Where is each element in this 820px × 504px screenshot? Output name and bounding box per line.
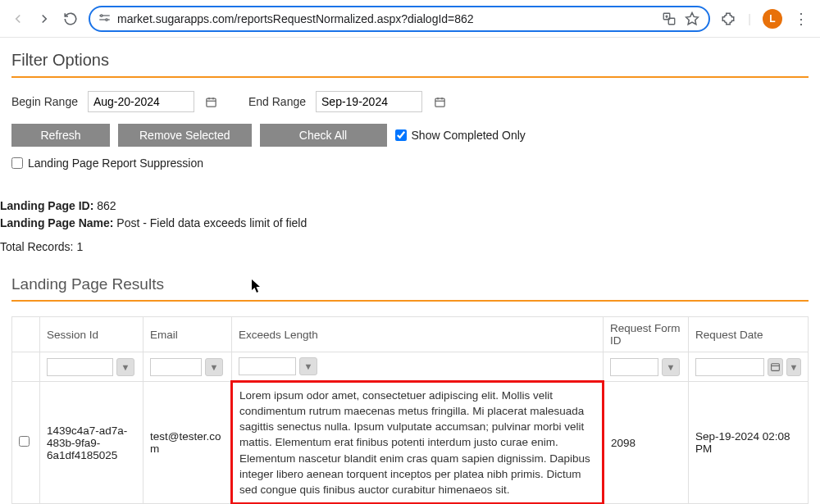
svg-rect-17 [772,364,780,371]
svg-point-3 [106,18,108,20]
results-table: Session Id Email Exceeds Length Request … [11,316,809,504]
table-row: 1439c4a7-ad7a-483b-9fa9-6a1df4185025 tes… [12,382,809,504]
filter-reqid-input[interactable] [610,358,658,376]
col-session-header[interactable]: Session Id [40,317,144,352]
kebab-menu-icon[interactable]: ⋮ [794,10,809,28]
suppression-checkbox[interactable] [11,157,23,169]
begin-range-label: Begin Range [11,95,78,108]
filter-dropdown-icon[interactable]: ▼ [662,358,680,376]
date-range-row: Begin Range End Range [11,91,809,112]
filter-buttons-row: Refresh Remove Selected Check All Show C… [11,124,809,147]
svg-marker-8 [686,12,699,24]
lp-id-label: Landing Page ID: [0,199,93,212]
check-all-button[interactable]: Check All [260,124,387,147]
svg-rect-13 [435,98,444,107]
table-filter-row: ▼ ▼ ▼ ▼ ▼ [12,352,809,382]
browser-toolbar: market.sugarapps.com/reportsRequestNorma… [0,0,820,38]
url-text: market.sugarapps.com/reportsRequestNorma… [117,12,654,25]
suppression-checkbox-label[interactable]: Landing Page Report Suppression [11,157,809,170]
forward-icon[interactable] [36,11,52,27]
row-checkbox[interactable] [19,436,30,447]
star-icon[interactable] [684,11,700,27]
calendar-icon[interactable] [204,94,219,109]
nav-buttons [7,11,79,27]
svg-rect-9 [207,98,216,107]
address-bar[interactable]: market.sugarapps.com/reportsRequestNorma… [89,6,710,32]
end-range-label: End Range [248,95,306,108]
filter-dropdown-icon[interactable]: ▼ [786,358,801,376]
filter-dropdown-icon[interactable]: ▼ [116,358,134,376]
filter-dropdown-icon[interactable]: ▼ [205,358,223,376]
col-reqdate-header[interactable]: Request Date [689,317,809,352]
filter-options-title: Filter Options [11,38,809,78]
translate-icon[interactable] [661,11,677,27]
cell-email: test@tester.com [144,382,232,504]
remove-selected-button[interactable]: Remove Selected [118,124,252,147]
chrome-right-icons: | L ⋮ [720,9,813,29]
cell-reqid: 2098 [604,382,689,504]
refresh-button[interactable]: Refresh [11,124,110,147]
cell-session: 1439c4a7-ad7a-483b-9fa9-6a1df4185025 [40,382,144,504]
begin-range-input[interactable] [88,91,194,112]
lp-name-value: Post - Field data exceeds limit of field [116,216,307,229]
cell-reqdate: Sep-19-2024 02:08 PM [689,382,809,504]
calendar-icon[interactable] [432,94,447,109]
site-settings-icon[interactable] [98,11,111,26]
total-records-label: Total Records: [0,240,73,253]
extensions-icon[interactable] [720,11,736,27]
show-completed-checkbox[interactable] [395,129,407,141]
table-header-row: Session Id Email Exceeds Length Request … [12,317,809,352]
show-completed-text: Show Completed Only [412,129,526,142]
results-title: Landing Page Results [11,262,809,302]
profile-avatar[interactable]: L [763,9,782,29]
lp-name-label: Landing Page Name: [0,216,113,229]
col-exceeds-header[interactable]: Exceeds Length [232,317,604,352]
filter-session-input[interactable] [47,358,113,376]
show-completed-checkbox-label[interactable]: Show Completed Only [395,129,526,142]
col-reqid-header[interactable]: Request Form ID [604,317,689,352]
filter-reqdate-input[interactable] [695,358,764,376]
page-content: Filter Options Begin Range End Range Ref… [0,38,820,504]
cell-exceeds-length: Lorem ipsum odor amet, consectetuer adip… [232,382,604,504]
col-email-header[interactable]: Email [144,317,232,352]
landing-page-info: Landing Page ID: 862 Landing Page Name: … [0,198,809,256]
back-icon[interactable] [10,11,26,27]
calendar-icon[interactable] [768,358,782,376]
svg-point-0 [101,14,103,16]
lp-id-value: 862 [97,199,116,212]
filter-dropdown-icon[interactable]: ▼ [299,357,317,375]
filter-email-input[interactable] [150,358,202,376]
total-records-value: 1 [76,240,83,253]
end-range-input[interactable] [316,91,422,112]
reload-icon[interactable] [62,11,79,27]
filter-exceeds-input[interactable] [239,357,296,375]
suppression-text: Landing Page Report Suppression [28,157,203,170]
